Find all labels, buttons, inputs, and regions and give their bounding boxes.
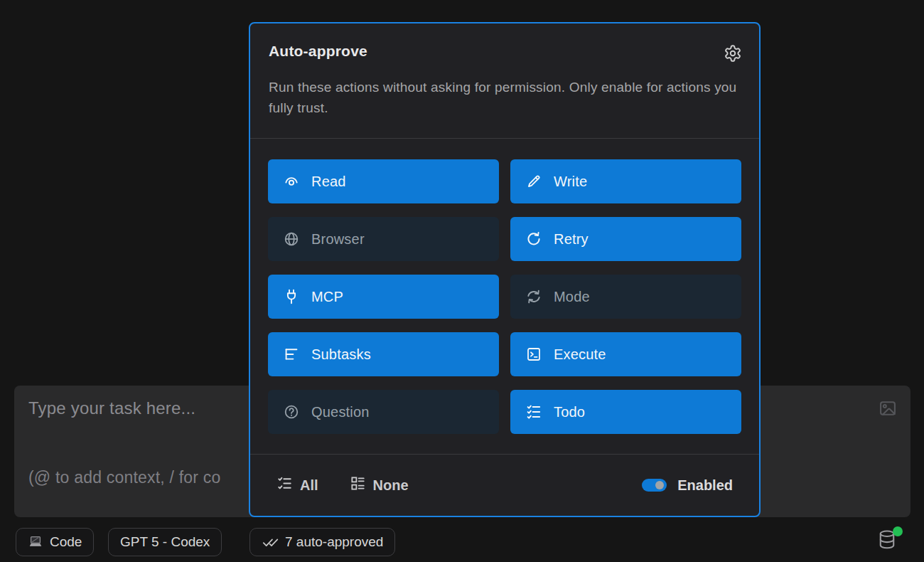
action-label: Browser	[311, 231, 365, 248]
settings-button[interactable]	[724, 44, 742, 65]
model-chip-label: GPT 5 - Codex	[120, 534, 210, 550]
action-toggle-subtasks[interactable]: Subtasks	[268, 332, 499, 376]
auto-approved-chip[interactable]: 7 auto-approved	[249, 528, 395, 556]
popup-description: Run these actions without asking for per…	[269, 77, 738, 118]
eye-icon	[283, 173, 300, 190]
action-toggle-mode[interactable]: Mode	[510, 275, 741, 319]
select-all-button[interactable]: All	[276, 475, 318, 495]
toggle-knob	[655, 481, 664, 489]
status-dot	[893, 526, 903, 536]
approved-chip-label: 7 auto-approved	[285, 534, 383, 550]
task-input-placeholder: Type your task here...	[28, 398, 195, 418]
terminal-icon	[525, 346, 542, 363]
tasklist-icon	[276, 475, 293, 495]
action-label: Mode	[554, 289, 590, 305]
action-toggle-todo[interactable]: Todo	[510, 390, 741, 434]
plug-icon	[283, 288, 300, 305]
globe-icon	[283, 230, 300, 248]
action-toggle-retry[interactable]: Retry	[510, 217, 741, 261]
action-label: Execute	[554, 346, 606, 363]
action-toggle-execute[interactable]: Execute	[510, 332, 741, 376]
action-label: Todo	[554, 404, 585, 420]
database-icon	[877, 541, 897, 553]
action-label: Write	[554, 174, 587, 190]
select-none-button[interactable]: None	[350, 475, 409, 495]
task-input-hint: (@ to add context, / for co	[28, 468, 220, 487]
action-label: Retry	[554, 231, 589, 248]
list-tree-icon	[283, 346, 300, 363]
pencil-icon	[525, 173, 542, 190]
action-label: Read	[311, 174, 346, 190]
auto-approve-popup: Auto-approve Run these actions without a…	[249, 22, 761, 517]
database-status-button[interactable]	[877, 529, 901, 553]
enabled-label: Enabled	[677, 477, 733, 494]
action-toggle-read[interactable]: Read	[268, 159, 499, 203]
action-label: Subtasks	[311, 346, 371, 363]
question-icon	[283, 403, 300, 420]
master-enabled-toggle[interactable]	[642, 479, 667, 492]
action-label: MCP	[311, 289, 343, 305]
image-icon	[878, 410, 898, 420]
mode-selector-chip[interactable]: Code	[16, 528, 94, 556]
mode-chip-label: Code	[50, 534, 82, 550]
retry-icon	[525, 230, 542, 248]
gear-icon	[724, 54, 742, 65]
action-toggle-question[interactable]: Question	[268, 390, 499, 434]
action-toggle-mcp[interactable]: MCP	[268, 275, 499, 319]
popup-header: Auto-approve Run these actions without a…	[250, 23, 759, 138]
action-label: Question	[311, 404, 370, 420]
action-toggle-browser[interactable]: Browser	[268, 217, 499, 261]
double-check-icon	[262, 534, 279, 551]
laptop-icon	[28, 534, 43, 550]
select-none-label: None	[373, 477, 409, 494]
sync-icon	[525, 288, 542, 305]
actions-grid: ReadWriteBrowserRetryMCPModeSubtasksExec…	[250, 139, 759, 454]
popup-title: Auto-approve	[269, 43, 367, 60]
list-squares-icon	[350, 475, 366, 495]
action-toggle-write[interactable]: Write	[510, 159, 741, 203]
popup-footer: All None Enabled	[250, 455, 759, 516]
checklist-icon	[525, 403, 542, 420]
model-selector-chip[interactable]: GPT 5 - Codex	[108, 528, 222, 556]
select-all-label: All	[300, 477, 318, 494]
attach-image-button[interactable]	[878, 398, 898, 418]
